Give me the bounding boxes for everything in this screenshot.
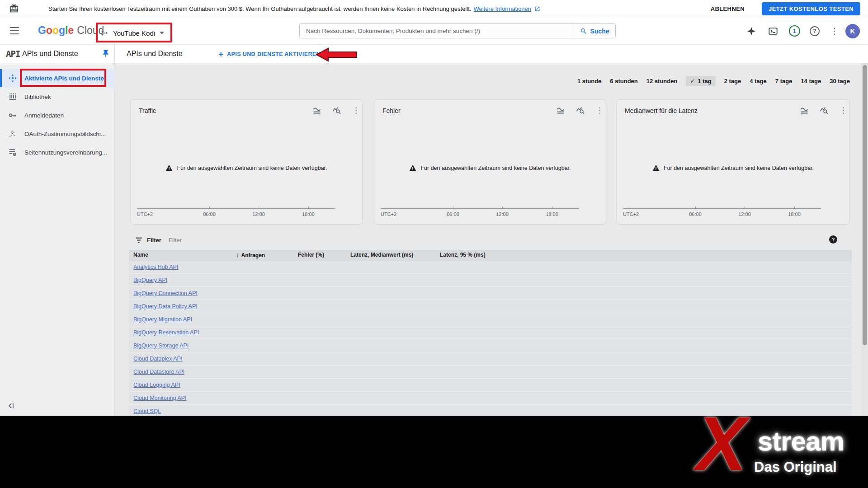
start-free-trial-button[interactable]: JETZT KOSTENLOS TESTEN: [762, 2, 860, 15]
api-link[interactable]: BigQuery Connection API: [133, 290, 198, 296]
google-cloud-console: Starten Sie Ihren kostenlosen Testzeitra…: [0, 0, 868, 488]
api-link[interactable]: BigQuery Data Policy API: [133, 303, 198, 310]
x-axis: [623, 208, 821, 209]
chevron-down-icon: [160, 32, 164, 34]
enable-apis-button[interactable]: APIS UND DIENSTE AKTIVIEREN: [218, 45, 321, 63]
notifications-badge[interactable]: 1: [788, 17, 800, 45]
search-button[interactable]: Suche: [574, 24, 615, 38]
google-cloud-logo[interactable]: Google Cloud: [38, 24, 104, 37]
api-link[interactable]: Cloud Logging API: [133, 382, 180, 388]
cloud-shell-icon[interactable]: [768, 17, 778, 45]
api-link[interactable]: Cloud Datastore API: [133, 369, 184, 375]
time-range-12h[interactable]: 12 stunden: [646, 78, 678, 84]
sidebar-item-library[interactable]: Bibliothek: [0, 88, 114, 106]
search-icon: [580, 28, 587, 35]
search-bar: Suche: [299, 23, 616, 38]
xstream-subtitle: Das Original: [754, 459, 837, 475]
chart-style-icon[interactable]: [312, 106, 321, 115]
sidebar: Aktivierte APIs und Dienste Bibliothek A…: [0, 63, 114, 416]
time-range-4d[interactable]: 4 tage: [750, 78, 767, 84]
sidebar-item-oauth-consent[interactable]: OAuth-Zustimmungsbildschi...: [0, 125, 114, 143]
sidebar-item-label: Aktivierte APIs und Dienste: [24, 75, 104, 82]
tick-label: 18:00: [788, 211, 801, 217]
sidebar-item-credentials[interactable]: Anmeldedaten: [0, 106, 114, 124]
avatar[interactable]: K: [845, 17, 860, 45]
chart-style-icon[interactable]: [800, 106, 809, 115]
api-link[interactable]: Cloud SQL: [133, 408, 161, 414]
api-link[interactable]: Cloud Dataplex API: [133, 356, 182, 362]
column-latency-95[interactable]: Latenz, 95 % (ms): [440, 252, 486, 258]
tick-label: 12:00: [496, 211, 509, 217]
time-range-1h[interactable]: 1 stunde: [577, 78, 601, 84]
xstream-x-logo: X: [696, 408, 747, 480]
empty-state: Für den ausgewählten Zeitraum sind keine…: [617, 164, 849, 171]
column-latency-median[interactable]: Latenz, Medianwert (ms): [350, 252, 413, 258]
metrics-explorer-icon[interactable]: [576, 106, 585, 115]
more-info-link[interactable]: Weitere Informationen: [473, 5, 531, 12]
time-range-14d[interactable]: 14 tage: [801, 78, 821, 84]
time-range-2d[interactable]: 2 tage: [724, 78, 741, 84]
api-link[interactable]: Cloud Monitoring API: [133, 395, 186, 401]
time-range-1d-selected[interactable]: 1 tag: [686, 76, 715, 86]
card-menu-icon[interactable]: [596, 106, 599, 115]
trial-banner: Starten Sie Ihren kostenlosen Testzeitra…: [0, 0, 868, 17]
oauth-consent-icon: [8, 129, 17, 138]
collapse-sidebar-icon[interactable]: [7, 401, 16, 410]
empty-state: Für den ausgewählten Zeitraum sind keine…: [374, 164, 606, 171]
decline-button[interactable]: ABLEHNEN: [711, 5, 745, 12]
bottom-black-bar: X stream Das Original: [0, 416, 868, 488]
table-row: BigQuery Migration API: [129, 313, 852, 326]
column-errors[interactable]: Fehler (%): [298, 252, 324, 258]
list-gear-icon: [8, 148, 17, 157]
scrollbar-thumb[interactable]: [863, 65, 867, 345]
card-menu-icon[interactable]: [352, 106, 355, 115]
table-row: BigQuery Connection API: [129, 287, 852, 300]
search-input[interactable]: [300, 24, 574, 38]
time-range-7d[interactable]: 7 tage: [775, 78, 793, 84]
tick-label: 18:00: [546, 211, 558, 217]
warning-icon: [409, 164, 416, 171]
api-link[interactable]: BigQuery Storage API: [133, 343, 189, 349]
column-requests[interactable]: Anfragen: [236, 252, 265, 258]
time-range-30d[interactable]: 30 tage: [830, 78, 850, 84]
table-row: Cloud Datastore API: [129, 366, 852, 379]
api-link[interactable]: BigQuery Migration API: [133, 316, 192, 323]
card-title: Fehler: [382, 107, 401, 114]
sidebar-item-label: Seitennutzungsvereinbarung...: [24, 149, 107, 156]
card-menu-icon[interactable]: [840, 106, 842, 115]
time-range-6h[interactable]: 6 stunden: [610, 78, 637, 84]
pin-icon[interactable]: [101, 49, 110, 58]
table-body: Analytics Hub API BigQuery API BigQuery …: [129, 261, 852, 418]
table-row: BigQuery Reservation API: [129, 326, 852, 339]
xstream-watermark: X stream Das Original: [696, 416, 850, 488]
menu-icon[interactable]: [10, 27, 19, 34]
api-link[interactable]: Analytics Hub API: [133, 264, 178, 270]
more-options-icon[interactable]: [831, 17, 838, 45]
logo-letter: o: [52, 24, 59, 37]
main-content: 1 stunde 6 stunden 12 stunden 1 tag 2 ta…: [114, 63, 863, 416]
metrics-explorer-icon[interactable]: [332, 106, 341, 115]
search-button-label: Suche: [590, 28, 609, 35]
help-icon[interactable]: [809, 17, 820, 45]
project-icon: [100, 29, 108, 37]
empty-state: Für den ausgewählten Zeitraum sind keine…: [131, 164, 362, 171]
table-row: Cloud Dataplex API: [129, 352, 852, 366]
sidebar-item-enabled-apis[interactable]: Aktivierte APIs und Dienste: [0, 69, 114, 87]
api-link[interactable]: BigQuery Reservation API: [133, 329, 199, 336]
table-help-icon[interactable]: [829, 235, 837, 244]
gift-icon: [9, 4, 19, 14]
check-icon: [690, 78, 695, 84]
column-name[interactable]: Name: [133, 252, 148, 258]
sidebar-item-page-usage-agreements[interactable]: Seitennutzungsvereinbarung...: [0, 143, 114, 161]
chart-style-icon[interactable]: [556, 106, 565, 115]
page-title: APIs und Dienste: [127, 50, 183, 58]
metrics-explorer-icon[interactable]: [820, 106, 829, 115]
page-bar: API APIs und Dienste APIs und Dienste AP…: [0, 45, 868, 63]
api-link[interactable]: BigQuery API: [133, 277, 167, 283]
gemini-sparkle-icon[interactable]: [746, 17, 757, 45]
project-selector[interactable]: YouTube Kodi: [100, 23, 164, 43]
filter-input[interactable]: [169, 234, 666, 246]
filter-icon: [135, 237, 142, 244]
logo-letter: e: [68, 24, 74, 37]
app-header: Google Cloud YouTube Kodi Suche 1 K: [0, 17, 868, 45]
